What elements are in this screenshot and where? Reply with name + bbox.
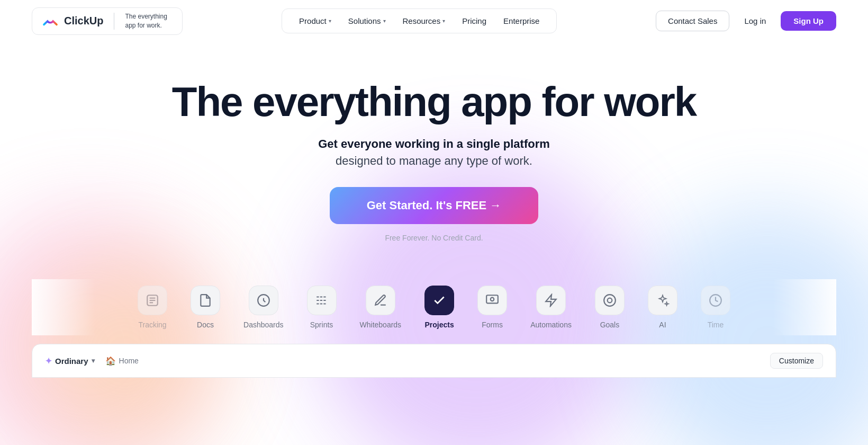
login-button[interactable]: Log in — [735, 11, 775, 31]
nav-pricing[interactable]: Pricing — [455, 13, 494, 29]
projects-icon — [424, 286, 454, 315]
automations-label: Automations — [530, 321, 572, 329]
whiteboards-icon — [366, 286, 395, 315]
sprints-label: Sprints — [310, 321, 333, 329]
tracking-label: Tracking — [138, 321, 166, 329]
home-label: Home — [119, 357, 139, 365]
svg-point-6 — [491, 298, 494, 301]
svg-point-9 — [608, 298, 612, 303]
resources-chevron-icon: ▾ — [442, 18, 445, 24]
hero-section: The everything app for work Get everyone… — [0, 42, 868, 264]
home-link[interactable]: 🏠 Home — [105, 356, 139, 366]
nav-product[interactable]: Product ▾ — [292, 13, 339, 29]
forms-label: Forms — [482, 321, 503, 329]
forms-icon — [477, 286, 507, 315]
projects-label: Projects — [425, 321, 454, 329]
automations-icon — [536, 286, 566, 315]
nav-enterprise[interactable]: Enterprise — [496, 13, 547, 29]
feature-tab-tracking[interactable]: Tracking — [126, 279, 179, 335]
feature-tab-time[interactable]: Time — [689, 279, 742, 335]
feature-tab-automations[interactable]: Automations — [519, 279, 583, 335]
docs-icon — [191, 286, 220, 315]
dashboards-label: Dashboards — [243, 321, 284, 329]
tracking-icon — [138, 286, 167, 315]
solutions-chevron-icon: ▾ — [383, 18, 386, 24]
goals-icon — [595, 286, 625, 315]
ai-label: AI — [659, 321, 666, 329]
nav-links: Product ▾ Solutions ▾ Resources ▾ Pricin… — [282, 8, 557, 33]
nav-resources[interactable]: Resources ▾ — [395, 13, 453, 29]
nav-actions: Contact Sales Log in Sign Up — [656, 11, 836, 31]
bottom-panel: ✦ Ordinary ▾ 🏠 Home Customize — [32, 344, 836, 378]
get-started-button[interactable]: Get Started. It's FREE → — [330, 187, 539, 224]
customize-button[interactable]: Customize — [770, 353, 823, 369]
feature-tabs-wrapper: TrackingDocsDashboardsSprintsWhiteboards… — [0, 279, 868, 335]
goals-label: Goals — [600, 321, 620, 329]
whiteboards-label: Whiteboards — [360, 321, 402, 329]
docs-label: Docs — [197, 321, 214, 329]
feature-tab-sprints[interactable]: Sprints — [295, 279, 348, 335]
svg-point-8 — [604, 295, 616, 307]
logo-area[interactable]: ClickUp The everything app for work. — [32, 7, 183, 35]
sprints-icon — [307, 286, 337, 315]
feature-tab-goals[interactable]: Goals — [583, 279, 636, 335]
hero-subtitle: designed to manage any type of work. — [11, 154, 857, 168]
hero-subtitle-bold: Get everyone working in a single platfor… — [11, 137, 857, 151]
feature-tabs: TrackingDocsDashboardsSprintsWhiteboards… — [0, 279, 868, 335]
logo-divider — [114, 13, 114, 30]
time-label: Time — [708, 321, 724, 329]
svg-marker-7 — [546, 295, 556, 307]
contact-sales-button[interactable]: Contact Sales — [656, 11, 729, 31]
clickup-logo-icon — [42, 13, 59, 30]
workspace-sparkle-icon: ✦ — [45, 356, 52, 366]
home-icon: 🏠 — [105, 356, 116, 366]
feature-tab-projects[interactable]: Projects — [413, 279, 466, 335]
svg-rect-5 — [486, 296, 498, 304]
feature-tab-ai[interactable]: AI — [636, 279, 689, 335]
time-icon — [701, 286, 730, 315]
signup-button[interactable]: Sign Up — [781, 11, 836, 31]
dashboards-icon — [249, 286, 278, 315]
navbar: ClickUp The everything app for work. Pro… — [0, 0, 868, 42]
feature-tab-forms[interactable]: Forms — [466, 279, 519, 335]
feature-tab-dashboards[interactable]: Dashboards — [232, 279, 295, 335]
feature-tab-whiteboards[interactable]: Whiteboards — [348, 279, 413, 335]
workspace-chevron-icon: ▾ — [92, 357, 95, 364]
nav-solutions[interactable]: Solutions ▾ — [341, 13, 393, 29]
workspace-selector[interactable]: ✦ Ordinary ▾ — [45, 356, 95, 366]
feature-tab-docs[interactable]: Docs — [179, 279, 232, 335]
hero-free-note: Free Forever. No Credit Card. — [11, 234, 857, 242]
product-chevron-icon: ▾ — [329, 18, 331, 24]
logo-text: ClickUp — [64, 15, 103, 27]
ai-icon — [648, 286, 677, 315]
hero-title: The everything app for work — [11, 79, 857, 125]
bottom-panel-left: ✦ Ordinary ▾ 🏠 Home — [45, 356, 139, 366]
workspace-label: Ordinary — [55, 357, 88, 366]
nav-tagline: The everything app for work. — [125, 12, 173, 30]
